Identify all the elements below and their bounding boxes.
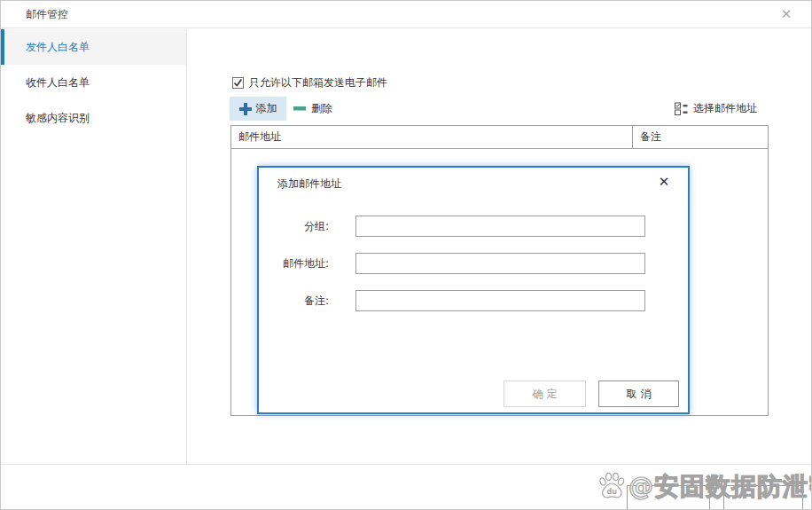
allow-send-checkbox[interactable] — [232, 77, 244, 89]
add-email-address-dialog: 添加邮件地址 ✕ 分组: 邮件地址: 备注: 确 定 取 消 — [257, 166, 690, 414]
column-header-email-address[interactable]: 邮件地址 — [231, 126, 633, 148]
remark-field[interactable] — [355, 290, 645, 311]
plus-icon — [239, 103, 252, 115]
select-email-address-label: 选择邮件地址 — [693, 101, 757, 116]
email-address-field[interactable] — [355, 253, 645, 274]
footer-button-left[interactable] — [627, 485, 710, 510]
add-button-label: 添加 — [256, 101, 277, 116]
sidebar-item-recipient-whitelist[interactable]: 收件人白名单 — [1, 65, 186, 100]
dialog-close-icon[interactable]: ✕ — [654, 172, 674, 192]
dialog-title: 添加邮件地址 — [277, 177, 341, 192]
sidebar-item-sender-whitelist[interactable]: 发件人白名单 — [1, 29, 186, 65]
select-email-address-button[interactable]: 选择邮件地址 — [675, 100, 757, 116]
mail-control-window: 邮件管控 ✕ 发件人白名单 收件人白名单 敏感内容识别 只允许以下邮箱发送电子邮… — [0, 0, 812, 510]
cancel-button[interactable]: 取 消 — [598, 381, 679, 407]
sidebar: 发件人白名单 收件人白名单 敏感内容识别 — [1, 29, 187, 464]
allow-send-label: 只允许以下邮箱发送电子邮件 — [249, 75, 387, 90]
checklist-icon — [675, 102, 689, 115]
email-address-field-label: 邮件地址: — [259, 253, 329, 274]
window-close-icon[interactable]: ✕ — [774, 1, 799, 28]
table-header-row: 邮件地址 备注 — [231, 126, 768, 149]
baidu-paw-icon: du — [597, 471, 627, 503]
window-title: 邮件管控 — [26, 1, 68, 28]
title-bar: 邮件管控 ✕ — [1, 1, 811, 28]
minus-icon — [293, 106, 306, 111]
remark-field-label: 备注: — [259, 290, 329, 311]
group-field[interactable] — [355, 216, 645, 237]
sidebar-item-label: 发件人白名单 — [26, 41, 90, 53]
allow-send-row: 只允许以下邮箱发送电子邮件 — [232, 76, 387, 90]
sidebar-item-label: 收件人白名单 — [26, 76, 90, 89]
delete-button[interactable]: 删除 — [293, 97, 332, 121]
column-header-remark[interactable]: 备注 — [633, 126, 768, 148]
delete-button-label: 删除 — [311, 101, 332, 116]
sidebar-item-sensitive-content[interactable]: 敏感内容识别 — [1, 100, 186, 136]
ok-button[interactable]: 确 定 — [504, 381, 586, 407]
sidebar-item-label: 敏感内容识别 — [26, 112, 90, 124]
add-button[interactable]: 添加 — [230, 97, 286, 121]
footer-divider — [1, 464, 811, 465]
baidu-du-text: du — [607, 488, 618, 496]
check-icon — [233, 78, 243, 88]
footer-button-right[interactable] — [723, 485, 803, 510]
group-field-label: 分组: — [259, 216, 329, 237]
